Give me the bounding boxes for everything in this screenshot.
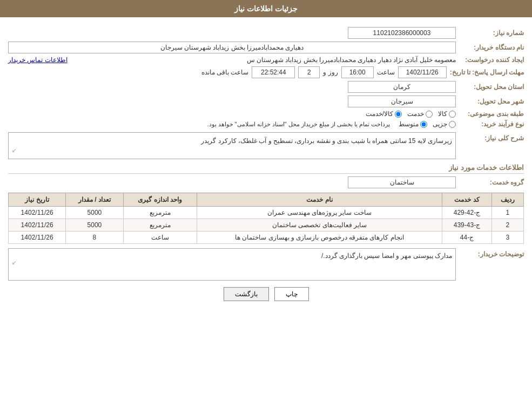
category-goods-label: کالا <box>438 110 447 118</box>
cell-qty: 5000 <box>66 219 123 231</box>
services-section-title: اطلاعات خدمات مورد نیاز <box>8 163 524 174</box>
cell-qty: 5000 <box>66 207 123 219</box>
requester-value: معصومه خلیل آبادی نژاد دهیار دهیاری محمد… <box>71 56 456 64</box>
cell-row: 2 <box>491 219 523 231</box>
service-group-value: ساختمان <box>348 176 456 188</box>
buyer-notes-value: مدارک پیوستی مهر و امضا سپس بارگذاری گرد… <box>321 252 452 260</box>
table-row: 1 ج-42-429 ساخت سایر پروژه‌های مهندسی عم… <box>9 207 524 219</box>
cell-row: 3 <box>491 231 523 244</box>
services-table: ردیف کد خدمت نام خدمت واحد اندازه گیری ت… <box>8 193 524 244</box>
purchase-type-radio-group: جزیی متوسط <box>399 120 456 128</box>
purchase-partial-label: جزیی <box>433 120 447 128</box>
col-unit: واحد اندازه گیری <box>123 193 197 207</box>
page-header: جزئیات اطلاعات نیاز <box>0 0 532 17</box>
category-goods-radio[interactable] <box>449 111 456 118</box>
deadline-remaining-label: ساعت باقی مانده <box>201 69 249 76</box>
back-button[interactable]: بازگشت <box>224 287 269 301</box>
deadline-days-label: روز و <box>323 69 338 76</box>
deadline-remaining: 22:52:44 <box>252 66 295 78</box>
cell-name: ساخت سایر پروژه‌های مهندسی عمران <box>197 207 442 219</box>
col-date: تاریخ نیاز <box>9 193 66 207</box>
category-goods-option[interactable]: کالا <box>438 110 456 118</box>
description-value: زیرسازی لایه 15 سانتی همراه با شیب بندی … <box>8 132 456 159</box>
table-row: 3 ج-44 انجام کارهای متفرقه درخصوص بازساز… <box>9 231 524 244</box>
cell-code: ج-44 <box>442 231 492 244</box>
purchase-partial-radio[interactable] <box>449 121 456 128</box>
cell-code: ج-42-429 <box>442 207 492 219</box>
page-title: جزئیات اطلاعات نیاز <box>234 4 298 13</box>
category-label: طبقه بندی موضوعی: <box>459 110 524 118</box>
description-label: شرح کلی نیاز: <box>459 134 524 142</box>
province-label: استان محل تحویل: <box>459 83 524 91</box>
contact-link[interactable]: اطلاعات تماس خریدار <box>8 56 68 64</box>
deadline-time: 16:00 <box>341 66 374 78</box>
category-goods-service-option[interactable]: کالا/خدمت <box>366 110 402 118</box>
category-service-radio[interactable] <box>426 111 433 118</box>
province-value: کرمان <box>348 81 456 93</box>
need-number-value: 1102102386000003 <box>348 27 456 39</box>
service-group-label: گروه خدمت: <box>459 179 524 186</box>
cell-date: 1402/11/26 <box>9 231 66 244</box>
buyer-org-value: دهیاری محمدابادمیرزا بخش زیداباد شهرستان… <box>8 42 456 53</box>
button-row: چاپ بازگشت <box>8 287 524 301</box>
deadline-date: 1402/11/26 <box>398 66 447 78</box>
col-row: ردیف <box>491 193 523 207</box>
buyer-notes-box: مدارک پیوستی مهر و امضا سپس بارگذاری گرد… <box>8 248 456 281</box>
cell-name: انجام کارهای متفرقه درخصوص بازسازی و بهس… <box>197 231 442 244</box>
purchase-partial-option[interactable]: جزیی <box>433 120 456 128</box>
category-goods-service-label: کالا/خدمت <box>366 110 393 118</box>
cell-code: ج-43-439 <box>442 219 492 231</box>
requester-label: ایجاد کننده درخواست: <box>459 56 524 64</box>
col-qty: تعداد / مقدار <box>66 193 123 207</box>
category-radio-group: کالا خدمت کالا/خدمت <box>366 110 456 118</box>
cell-date: 1402/11/26 <box>9 219 66 231</box>
table-row: 2 ج-43-439 سایر فعالیت‌های تخصصی ساختمان… <box>9 219 524 231</box>
city-label: شهر محل تحویل: <box>459 98 524 105</box>
cell-qty: 8 <box>66 231 123 244</box>
need-number-label: شماره نیاز: <box>459 29 524 37</box>
services-table-section: ردیف کد خدمت نام خدمت واحد اندازه گیری ت… <box>8 193 524 244</box>
print-button[interactable]: چاپ <box>274 287 309 301</box>
cell-row: 1 <box>491 207 523 219</box>
purchase-medium-radio[interactable] <box>420 121 427 128</box>
buyer-notes-label: توضیحات خریدار: <box>459 250 524 258</box>
deadline-days: 2 <box>298 66 320 78</box>
purchase-medium-option[interactable]: متوسط <box>399 120 427 128</box>
category-service-label: خدمت <box>407 110 424 118</box>
cell-unit: مترمربع <box>123 207 197 219</box>
purchase-medium-label: متوسط <box>399 120 419 128</box>
purchase-note: پرداخت تمام یا بخشی از مبلغ خریداز محل "… <box>207 121 390 128</box>
buyer-org-label: نام دستگاه خریدار: <box>459 44 524 51</box>
cell-name: سایر فعالیت‌های تخصصی ساختمان <box>197 219 442 231</box>
purchase-type-label: نوع فرآیند خرید: <box>459 120 524 128</box>
col-code: کد خدمت <box>442 193 492 207</box>
col-name: نام خدمت <box>197 193 442 207</box>
category-service-option[interactable]: خدمت <box>407 110 433 118</box>
cell-unit: مترمربع <box>123 219 197 231</box>
category-goods-service-radio[interactable] <box>395 111 402 118</box>
deadline-time-label: ساعت <box>377 69 395 76</box>
cell-date: 1402/11/26 <box>9 207 66 219</box>
deadline-label: مهلت ارسال پاسخ: تا تاریخ: <box>450 69 524 76</box>
cell-unit: ساعت <box>123 231 197 244</box>
city-value: سیرجان <box>348 96 456 107</box>
